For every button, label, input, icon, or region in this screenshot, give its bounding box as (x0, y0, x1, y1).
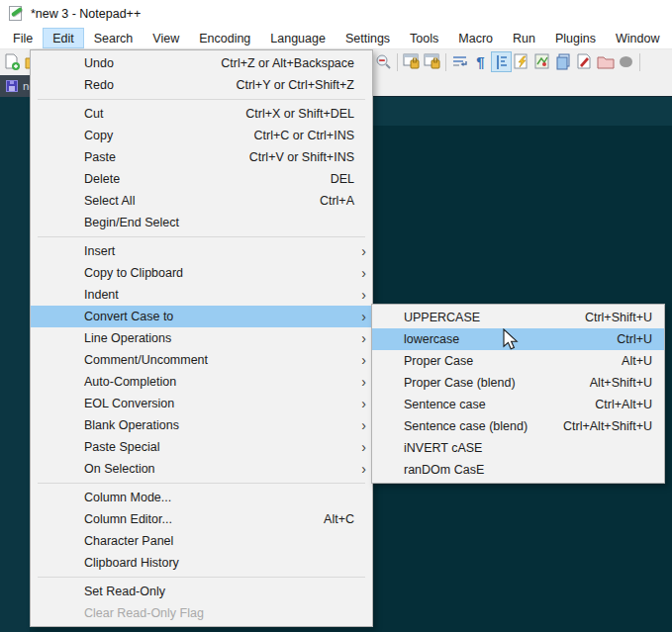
menu-item-label: Blank Operations (84, 418, 331, 432)
function-completion-icon[interactable] (574, 51, 595, 72)
menu-item[interactable]: Sentence case (blend) Ctrl+Alt+Shift+U (372, 415, 664, 437)
menu-item-label: Comment/Uncomment (84, 353, 331, 367)
menu-item[interactable]: Comment/Uncomment (31, 349, 372, 371)
menu-item[interactable]: iNVERT cASE (372, 437, 664, 459)
notepad-plus-plus-icon (8, 6, 24, 22)
menu-item[interactable]: EOL Conversion (31, 393, 372, 414)
menu-item[interactable]: Insert (31, 240, 372, 262)
menu-item-label: Copy (84, 129, 231, 142)
menu-item[interactable]: Set Read-Only (31, 581, 372, 602)
menu-item-shortcut: Alt+C (324, 512, 354, 526)
menu-item-label: Clear Read-Only Flag (84, 606, 331, 620)
function-list-icon[interactable] (512, 51, 532, 72)
menu-item[interactable]: Copy Ctrl+C or Ctrl+INS (31, 125, 372, 146)
menubar-item[interactable]: Language (260, 28, 336, 48)
zoom-out-icon[interactable] (373, 51, 394, 72)
toolbar-separator (445, 53, 446, 71)
notepad-plus-plus-window: *new 3 - Notepad++ File Edit Search View… (0, 0, 672, 632)
submenu-arrow-icon (354, 262, 366, 284)
document-map-icon[interactable] (532, 51, 553, 72)
menu-item[interactable]: Proper Case Alt+U (372, 350, 664, 372)
submenu-arrow-icon (354, 327, 366, 349)
menubar-item[interactable]: Plugins (545, 28, 606, 48)
menu-item[interactable]: Clear Read-Only Flag (31, 602, 372, 624)
menu-item-label: Convert Case to (84, 310, 331, 323)
menu-item-shortcut: Alt+U (622, 354, 652, 368)
menu-item[interactable]: Redo Ctrl+Y or Ctrl+Shift+Z (31, 74, 372, 96)
menu-item[interactable]: Begin/End Select (31, 212, 372, 233)
show-all-characters-icon[interactable]: ¶ (470, 51, 491, 72)
menu-item-shortcut: Alt+Shift+U (590, 376, 652, 390)
menu-item[interactable]: Clipboard History (31, 552, 372, 574)
menu-item-label: Character Panel (84, 534, 331, 548)
menu-item-label: Paste Special (84, 440, 331, 454)
menu-item[interactable]: Undo Ctrl+Z or Alt+Backspace (31, 52, 372, 74)
menubar-item-label: File (13, 32, 33, 45)
menu-item-shortcut: Ctrl+Y or Ctrl+Shift+Z (236, 78, 354, 92)
menu-item[interactable]: Proper Case (blend) Alt+Shift+U (372, 372, 664, 394)
menu-item[interactable]: On Selection (31, 458, 372, 480)
menu-item-label: Undo (84, 56, 197, 70)
menubar-item[interactable]: View (143, 28, 189, 48)
submenu-arrow-icon (354, 393, 366, 414)
menubar-item[interactable]: Window (606, 28, 669, 48)
menu-item[interactable]: ranDOm CasE (372, 459, 664, 481)
menubar-item[interactable]: Macro (448, 28, 503, 48)
document-list-icon[interactable] (553, 51, 574, 72)
menu-item-label: Line Operations (84, 331, 331, 345)
menu-item-label: iNVERT cASE (404, 441, 628, 455)
menu-item[interactable]: Line Operations (31, 327, 372, 349)
menu-item-label: Insert (84, 244, 331, 258)
menu-item[interactable]: Delete DEL (31, 168, 372, 190)
menu-item-label: Delete (84, 172, 307, 186)
menu-item-label: Proper Case (blend) (404, 376, 566, 390)
word-wrap-icon[interactable] (449, 51, 470, 72)
menubar-item-label: Tools (410, 32, 438, 45)
menu-item[interactable]: Column Editor... Alt+C (31, 508, 372, 530)
menubar-item[interactable]: Edit (43, 28, 84, 48)
menu-item[interactable]: UPPERCASE Ctrl+Shift+U (372, 307, 664, 328)
menubar-item[interactable]: Run (503, 28, 545, 48)
new-file-icon[interactable] (2, 51, 23, 72)
menu-item-shortcut: Ctrl+Z or Alt+Backspace (221, 56, 354, 70)
menubar-item[interactable]: Search (84, 28, 144, 48)
toolbar-separator (397, 53, 398, 71)
menu-item[interactable]: Convert Case to (31, 306, 372, 327)
menu-item-label: Select All (84, 194, 296, 208)
line-number-margin (0, 97, 30, 632)
submenu-arrow-icon (354, 436, 366, 458)
menu-item-shortcut: DEL (331, 172, 354, 186)
record-macro-icon[interactable] (616, 51, 636, 72)
menu-item[interactable]: Copy to Clipboard (31, 262, 372, 284)
menu-item[interactable]: Character Panel (31, 530, 372, 552)
menubar-item[interactable]: Settings (336, 28, 400, 48)
sync-horizontal-scroll-icon[interactable] (422, 51, 442, 72)
title-bar[interactable]: *new 3 - Notepad++ (0, 0, 672, 28)
unsaved-floppy-icon (6, 80, 18, 92)
menubar-item-label: Macro (458, 32, 493, 45)
menu-item-label: lowercase (404, 332, 593, 346)
menu-item[interactable]: Sentence case Ctrl+Alt+U (372, 394, 664, 415)
menu-item-label: Clipboard History (84, 556, 331, 570)
menu-item[interactable]: Paste Special (31, 436, 372, 458)
menu-item[interactable]: Blank Operations (31, 414, 372, 436)
menu-item-shortcut: Ctrl+Alt+Shift+U (563, 419, 652, 433)
menu-item[interactable]: Indent (31, 284, 372, 306)
toolbar-separator (639, 53, 640, 71)
menu-item-label: Begin/End Select (84, 216, 331, 229)
menu-separator (38, 99, 365, 100)
menu-separator (38, 236, 365, 237)
folder-as-workspace-icon[interactable] (595, 51, 616, 72)
menu-item[interactable]: Select All Ctrl+A (31, 190, 372, 212)
menu-item[interactable]: Auto-Completion (31, 371, 372, 393)
menu-item[interactable]: Paste Ctrl+V or Shift+INS (31, 146, 372, 168)
menubar-item-label: View (152, 32, 179, 45)
sync-vertical-scroll-icon[interactable] (401, 51, 422, 72)
menubar-item[interactable]: File (3, 28, 43, 48)
menu-item[interactable]: Cut Ctrl+X or Shift+DEL (31, 103, 372, 125)
menu-item[interactable]: Column Mode... (31, 487, 372, 508)
menubar-item[interactable]: Tools (400, 28, 448, 48)
menubar-item[interactable]: Encoding (189, 28, 260, 48)
menu-item-label: Indent (84, 288, 331, 302)
show-indent-guide-icon[interactable] (491, 51, 512, 72)
